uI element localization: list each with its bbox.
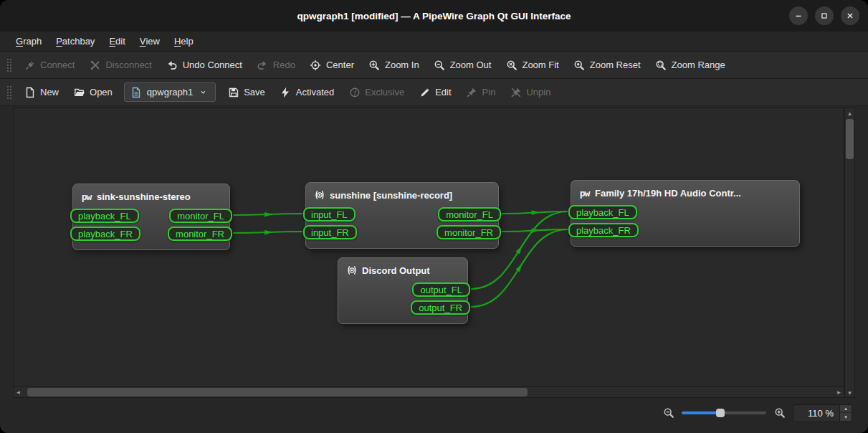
toolbar-button-exclusive[interactable]: fExclusive bbox=[341, 82, 411, 103]
toolbar-button-disconnect[interactable]: Disconnect bbox=[82, 54, 158, 75]
zoom-value: 110 % bbox=[801, 408, 834, 419]
chevron-down-icon bbox=[197, 86, 209, 98]
statusbar: 110 % ▴ ▾ bbox=[0, 399, 868, 433]
toolbar-button-edit[interactable]: Edit bbox=[411, 82, 458, 103]
port-output-monitor-fl[interactable]: monitor_FL bbox=[169, 209, 232, 223]
toolbar-button-zoom-range[interactable]: Zoom Range bbox=[648, 54, 733, 75]
port-output-monitor-fl[interactable]: monitor_FL bbox=[438, 207, 501, 222]
vertical-scrollbar[interactable]: ▴ ▾ bbox=[844, 108, 855, 398]
toolbar-edit: ConnectDisconnectUndo ConnectRedoCenterZ… bbox=[0, 52, 868, 79]
unpin-icon bbox=[510, 86, 522, 98]
toolbar-button-save[interactable]: Save bbox=[220, 82, 272, 103]
port-input-playback-fr[interactable]: playback_FR bbox=[568, 223, 639, 237]
toolbar-button-label: Exclusive bbox=[365, 87, 404, 97]
horizontal-scrollbar-thumb[interactable] bbox=[27, 388, 528, 396]
toolbar-button-label: Activated bbox=[296, 87, 334, 97]
menu-view[interactable]: View bbox=[133, 32, 167, 51]
toolbar-button-label: Unpin bbox=[526, 87, 550, 97]
port-input-input-fl[interactable]: input_FL bbox=[303, 207, 356, 222]
wire-arrowhead bbox=[515, 246, 522, 254]
toolbar-grip[interactable] bbox=[6, 85, 11, 100]
window-title: qpwgraph1 [modified] — A PipeWire Graph … bbox=[297, 11, 571, 22]
patchbay-profile-combo[interactable]: qpwgraph1 bbox=[124, 82, 216, 102]
toolbar-button-zoom-fit[interactable]: Zoom Fit bbox=[498, 54, 566, 75]
toolbar-button-label: Zoom Reset bbox=[590, 60, 641, 70]
port-output-output-fl[interactable]: output_FL bbox=[412, 282, 470, 297]
scroll-down-button[interactable]: ▾ bbox=[845, 388, 854, 397]
close-button[interactable] bbox=[841, 6, 859, 25]
activated-icon bbox=[280, 86, 292, 98]
minimize-icon bbox=[793, 10, 805, 22]
node-title: sunshine [sunshine-record] bbox=[330, 190, 452, 201]
node-header: pwsink-sunshine-stereo bbox=[73, 184, 229, 209]
zoom-reset-icon bbox=[573, 59, 586, 71]
graph-node-sink[interactable]: pwsink-sunshine-stereoplayback_FLmonitor… bbox=[72, 184, 230, 250]
port-output-output-fr[interactable]: output_FR bbox=[411, 300, 470, 315]
menu-help[interactable]: Help bbox=[167, 32, 201, 51]
menubar: GraphPatchbayEditViewHelp bbox=[0, 32, 868, 52]
port-output-monitor-fr[interactable]: monitor_FR bbox=[168, 227, 232, 241]
node-header: Discord Output bbox=[338, 258, 467, 282]
combo-value: qpwgraph1 bbox=[147, 87, 193, 97]
graph-canvas[interactable]: pwsink-sunshine-stereoplayback_FLmonitor… bbox=[13, 108, 844, 387]
scroll-right-button[interactable]: ▸ bbox=[834, 387, 844, 396]
toolbar-file: NewOpenqpwgraph1SaveActivatedfExclusiveE… bbox=[0, 79, 868, 106]
port-input-playback-fl[interactable]: playback_FL bbox=[568, 205, 637, 219]
app-window: qpwgraph1 [modified] — A PipeWire Graph … bbox=[0, 0, 868, 433]
connection-wire-sink-monitor-fl-to-sunshine-input-fl[interactable] bbox=[233, 214, 302, 215]
toolbar-button-label: Edit bbox=[435, 87, 451, 97]
minimize-button[interactable] bbox=[789, 6, 808, 25]
graph-node-family[interactable]: pwFamily 17h/19h HD Audio Contr...playba… bbox=[571, 180, 800, 247]
vertical-scrollbar-thumb[interactable] bbox=[846, 119, 854, 159]
zoom-in-indicator-icon bbox=[773, 407, 786, 419]
graph-view: pwsink-sunshine-stereoplayback_FLmonitor… bbox=[13, 108, 855, 398]
menu-patchbay[interactable]: Patchbay bbox=[49, 32, 102, 51]
node-title: Discord Output bbox=[362, 265, 430, 276]
menu-edit[interactable]: Edit bbox=[102, 32, 132, 51]
port-output-monitor-fr[interactable]: monitor_FR bbox=[437, 225, 501, 239]
toolbar-button-undo[interactable]: Undo Connect bbox=[159, 54, 249, 75]
new-icon bbox=[24, 86, 36, 98]
port-input-input-fr[interactable]: input_FR bbox=[303, 225, 357, 239]
toolbar-button-new[interactable]: New bbox=[16, 82, 66, 103]
horizontal-scrollbar-track[interactable] bbox=[23, 387, 834, 397]
vertical-scrollbar-track[interactable] bbox=[845, 118, 854, 388]
zoom-slider-handle[interactable] bbox=[716, 409, 725, 417]
zoom-range-icon bbox=[655, 59, 667, 71]
toolbar-button-zoom-reset[interactable]: Zoom Reset bbox=[566, 54, 648, 75]
zoom-spin-down-button[interactable]: ▾ bbox=[840, 413, 852, 421]
wire-arrowhead bbox=[531, 211, 540, 216]
maximize-icon bbox=[819, 10, 831, 22]
port-input-playback-fr[interactable]: playback_FR bbox=[70, 227, 140, 241]
toolbar-button-zoom-out[interactable]: Zoom Out bbox=[426, 54, 499, 75]
toolbar-button-connect[interactable]: Connect bbox=[16, 54, 82, 75]
toolbar-button-pin[interactable]: Pin bbox=[459, 82, 503, 103]
connection-wire-sink-monitor-fr-to-sunshine-input-fr[interactable] bbox=[233, 232, 302, 233]
toolbar-button-redo[interactable]: Redo bbox=[249, 54, 302, 75]
toolbar-grip[interactable] bbox=[6, 58, 11, 72]
scroll-left-button[interactable]: ◂ bbox=[14, 387, 23, 396]
toolbar-button-activated[interactable]: Activated bbox=[272, 82, 341, 103]
connection-wire-sunshine-monitor-fr-to-family-playback-fr[interactable] bbox=[502, 229, 568, 232]
graph-node-sunshine[interactable]: sunshine [sunshine-record]input_FLmonito… bbox=[305, 182, 499, 249]
toolbar-button-unpin[interactable]: Unpin bbox=[502, 82, 558, 103]
maximize-button[interactable] bbox=[815, 6, 834, 25]
connection-wire-sunshine-monitor-fl-to-family-playback-fl[interactable] bbox=[502, 211, 568, 214]
horizontal-scrollbar[interactable]: ◂ ▸ bbox=[13, 387, 844, 398]
titlebar[interactable]: qpwgraph1 [modified] — A PipeWire Graph … bbox=[0, 0, 868, 32]
zoom-slider[interactable] bbox=[682, 407, 766, 419]
menu-graph[interactable]: Graph bbox=[9, 32, 49, 51]
scroll-up-button[interactable]: ▴ bbox=[845, 108, 854, 118]
toolbar-button-open[interactable]: Open bbox=[66, 82, 120, 103]
exclusive-icon: f bbox=[348, 86, 361, 98]
toolbar-button-zoom-in[interactable]: Zoom In bbox=[361, 54, 426, 75]
toolbar-button-center[interactable]: Center bbox=[302, 54, 361, 75]
wire-arrowhead bbox=[264, 212, 273, 217]
zoom-spinbox[interactable]: 110 % ▴ ▾ bbox=[793, 404, 852, 422]
graph-node-discord[interactable]: Discord Outputoutput_FLoutput_FR bbox=[338, 257, 468, 324]
toolbar-button-label: Open bbox=[90, 87, 113, 97]
disconnect-icon bbox=[89, 59, 101, 71]
port-input-playback-fl[interactable]: playback_FL bbox=[70, 209, 139, 223]
pipewire-icon: pw bbox=[578, 187, 591, 199]
zoom-spin-up-button[interactable]: ▴ bbox=[840, 405, 852, 413]
